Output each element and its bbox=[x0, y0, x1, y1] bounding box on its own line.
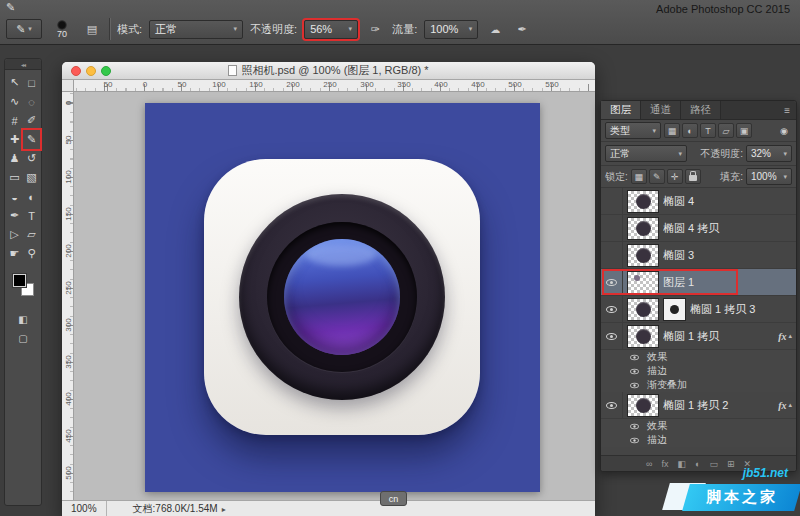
pressure-size-button[interactable] bbox=[512, 20, 532, 39]
layer-opacity-dropdown[interactable]: 32% bbox=[746, 145, 792, 162]
ime-indicator[interactable]: cn bbox=[380, 491, 407, 506]
layer-thumbnail[interactable] bbox=[627, 271, 659, 294]
v-ruler[interactable]: 050100150200250300350400450500 bbox=[62, 92, 74, 500]
pen-tool[interactable]: ✒ bbox=[6, 206, 23, 225]
toggle-brush-panel-button[interactable] bbox=[82, 20, 102, 39]
move-tool[interactable]: ↖ bbox=[6, 73, 23, 92]
filter-toggle-icon[interactable] bbox=[776, 123, 792, 138]
layer-visibility-toggle-empty[interactable] bbox=[601, 215, 623, 241]
filter-adjustment-layers-icon[interactable]: ◐ bbox=[682, 123, 698, 138]
eraser-tool[interactable]: ▭ bbox=[6, 168, 23, 187]
lock-transparency-icon[interactable]: ▦ bbox=[631, 169, 647, 184]
mode-dropdown[interactable]: 正常 bbox=[149, 20, 243, 39]
fx-collapse-caret[interactable]: ▴ bbox=[788, 401, 792, 409]
fill-dropdown[interactable]: 100% bbox=[746, 168, 792, 185]
layer-thumb-shape bbox=[636, 398, 651, 413]
foreground-color-swatch[interactable] bbox=[13, 274, 26, 287]
h-ruler[interactable]: 50050100150200250300350400450500550 bbox=[74, 80, 595, 92]
clone-stamp-tool[interactable]: ♟ bbox=[6, 149, 23, 168]
layer-visibility-toggle-empty[interactable] bbox=[601, 188, 623, 214]
minimize-button[interactable] bbox=[86, 66, 96, 76]
marquee-tool[interactable]: □ bbox=[23, 73, 40, 92]
layer-row[interactable]: 椭圆 1 拷贝 2fx▴ bbox=[601, 392, 796, 419]
ruler-corner[interactable] bbox=[62, 80, 74, 92]
fx-collapse-caret[interactable]: ▴ bbox=[788, 332, 792, 340]
zoom-tool[interactable]: ⚲ bbox=[23, 244, 40, 263]
layer-effect-row[interactable]: 效果 bbox=[601, 350, 796, 364]
layer-row[interactable]: 椭圆 1 拷贝fx▴ bbox=[601, 323, 796, 350]
layer-thumbnail[interactable] bbox=[627, 217, 659, 240]
brush-tool[interactable]: ✎ bbox=[23, 130, 40, 149]
blend-mode-dropdown[interactable]: 正常 bbox=[605, 145, 687, 162]
pressure-opacity-button[interactable] bbox=[365, 20, 385, 39]
canvas[interactable] bbox=[145, 103, 540, 492]
toolbar-collapse-button[interactable] bbox=[5, 59, 41, 70]
crop-tool[interactable]: # bbox=[6, 111, 23, 130]
tool-preset-picker[interactable] bbox=[6, 19, 42, 39]
canvas-viewport[interactable] bbox=[74, 92, 595, 500]
layer-row[interactable]: 图层 1 bbox=[601, 269, 796, 296]
filter-smart-objects-icon[interactable]: ▣ bbox=[736, 123, 752, 138]
layer-row[interactable]: 椭圆 3 bbox=[601, 242, 796, 269]
lock-all-icon[interactable] bbox=[685, 169, 701, 184]
healing-brush-tool[interactable]: ✚ bbox=[6, 130, 23, 149]
panel-menu-icon[interactable] bbox=[778, 101, 796, 119]
filter-shape-layers-icon[interactable]: ▱ bbox=[718, 123, 734, 138]
blur-tool[interactable]: ◒ bbox=[6, 187, 23, 206]
layer-visibility-toggle-empty[interactable] bbox=[601, 242, 623, 268]
screen-mode-button[interactable] bbox=[18, 334, 27, 344]
layer-fx-badge[interactable]: fx bbox=[778, 400, 786, 411]
lasso-tool[interactable]: ∿ bbox=[6, 92, 23, 111]
effect-visibility-toggle[interactable] bbox=[630, 368, 639, 373]
dodge-tool[interactable]: ◐ bbox=[23, 187, 40, 206]
zoom-level-field[interactable]: 100% bbox=[62, 501, 107, 516]
layer-row[interactable]: 椭圆 4 bbox=[601, 188, 796, 215]
close-button[interactable] bbox=[71, 66, 81, 76]
layer-effect-row[interactable]: 效果 bbox=[601, 419, 796, 433]
hand-tool[interactable]: ☛ bbox=[6, 244, 23, 263]
effect-visibility-toggle[interactable] bbox=[630, 437, 639, 442]
eyedropper-tool[interactable]: ✐ bbox=[23, 111, 40, 130]
type-tool[interactable]: T bbox=[23, 206, 40, 225]
history-brush-tool[interactable]: ↺ bbox=[23, 149, 40, 168]
layer-visibility-toggle[interactable] bbox=[601, 323, 623, 349]
layer-fx-badge[interactable]: fx bbox=[778, 331, 786, 342]
layer-row[interactable]: 椭圆 4 拷贝 bbox=[601, 215, 796, 242]
layer-visibility-toggle[interactable] bbox=[601, 296, 623, 322]
filter-type-dropdown[interactable]: 类型 bbox=[605, 122, 661, 139]
tab-channels[interactable]: 通道 bbox=[641, 101, 681, 119]
layer-thumbnail[interactable] bbox=[627, 298, 659, 321]
effect-visibility-toggle[interactable] bbox=[630, 382, 639, 387]
airbrush-button[interactable] bbox=[485, 20, 505, 39]
layer-row[interactable]: 椭圆 1 拷贝 3 bbox=[601, 296, 796, 323]
document-titlebar[interactable]: 照相机.psd @ 100% (图层 1, RGB/8) * bbox=[62, 62, 595, 80]
lock-pixels-icon[interactable]: ✎ bbox=[649, 169, 665, 184]
filter-type-layers-icon[interactable]: T bbox=[700, 123, 716, 138]
brush-preset-picker[interactable]: 70 bbox=[49, 17, 75, 41]
lock-position-icon[interactable]: ✛ bbox=[667, 169, 683, 184]
status-caret-icon[interactable] bbox=[222, 503, 226, 514]
gradient-tool[interactable]: ▧ bbox=[23, 168, 40, 187]
filter-pixel-layers-icon[interactable]: ▦ bbox=[664, 123, 680, 138]
tab-paths[interactable]: 路径 bbox=[681, 101, 721, 119]
layer-thumbnail[interactable] bbox=[627, 244, 659, 267]
effect-visibility-toggle[interactable] bbox=[630, 423, 639, 428]
maximize-button[interactable] bbox=[101, 66, 111, 76]
layer-thumbnail[interactable] bbox=[627, 394, 659, 417]
quick-select-tool[interactable]: ◌ bbox=[23, 92, 40, 111]
layer-effect-row[interactable]: 描边 bbox=[601, 433, 796, 447]
tab-layers[interactable]: 图层 bbox=[601, 101, 641, 119]
layer-effect-row[interactable]: 描边 bbox=[601, 364, 796, 378]
layer-effect-row[interactable]: 渐变叠加 bbox=[601, 378, 796, 392]
layer-thumbnail[interactable] bbox=[627, 190, 659, 213]
path-select-tool[interactable]: ▷ bbox=[6, 225, 23, 244]
effect-visibility-toggle[interactable] bbox=[630, 354, 639, 359]
quick-mask-button[interactable] bbox=[18, 315, 27, 325]
opacity-dropdown[interactable]: 56% bbox=[304, 20, 358, 39]
layer-visibility-toggle[interactable] bbox=[601, 392, 623, 418]
flow-dropdown[interactable]: 100% bbox=[424, 20, 478, 39]
layer-mask-thumbnail[interactable] bbox=[663, 298, 686, 321]
layer-thumbnail[interactable] bbox=[627, 325, 659, 348]
layer-visibility-toggle[interactable] bbox=[601, 269, 623, 295]
shape-tool[interactable]: ▱ bbox=[23, 225, 40, 244]
